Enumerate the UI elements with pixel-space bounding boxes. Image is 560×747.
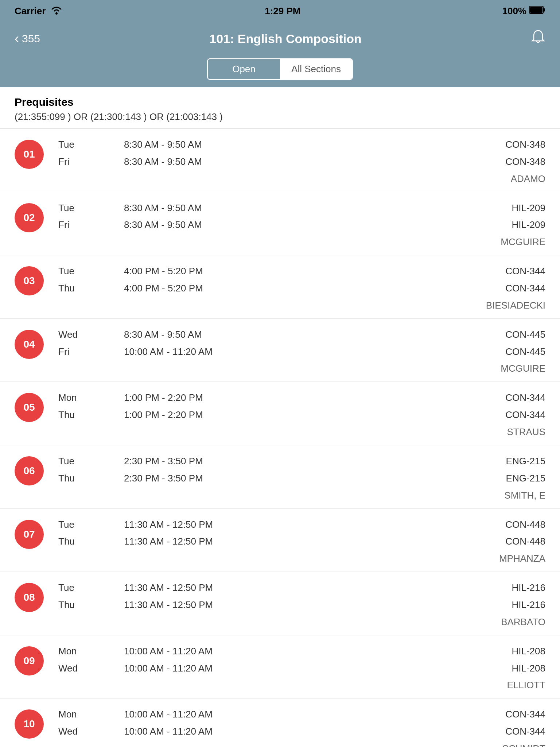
room-label: CON-348 (472, 153, 545, 170)
section-badge: 09 (15, 646, 44, 676)
time-label: 2:30 PM - 3:50 PM (124, 453, 472, 470)
section-right: CON-445CON-445 MCGUIRE (472, 326, 545, 375)
section-badge: 03 (15, 266, 44, 295)
section-right: ENG-215ENG-215 SMITH, E (472, 453, 545, 501)
room-label: CON-344 (472, 706, 545, 723)
svg-point-0 (55, 12, 58, 15)
section-times: 2:30 PM - 3:50 PM2:30 PM - 3:50 PM (124, 453, 472, 487)
section-info: TueThu 2:30 PM - 3:50 PM2:30 PM - 3:50 P… (44, 453, 545, 501)
section-days: TueFri (58, 136, 109, 170)
section-days: MonWed (58, 643, 109, 677)
segment-container: Open All Sections (0, 58, 560, 87)
section-right: CON-448CON-448 MPHANZA (472, 516, 545, 565)
prerequisites-text: (21:355:099 ) OR (21:300:143 ) OR (21:00… (15, 111, 545, 123)
table-row[interactable]: 09 MonWed 10:00 AM - 11:20 AM10:00 AM - … (0, 635, 560, 699)
table-row[interactable]: 01 TueFri 8:30 AM - 9:50 AM8:30 AM - 9:5… (0, 129, 560, 192)
table-row[interactable]: 04 WedFri 8:30 AM - 9:50 AM10:00 AM - 11… (0, 319, 560, 382)
day-label: Tue (58, 136, 109, 153)
section-badge: 01 (15, 140, 44, 169)
section-info: TueFri 8:30 AM - 9:50 AM8:30 AM - 9:50 A… (44, 136, 545, 185)
section-days: MonWed (58, 706, 109, 740)
section-right: CON-344CON-344 SCHMIDT (472, 706, 545, 747)
carrier-label: Carrier (15, 5, 46, 17)
section-times: 10:00 AM - 11:20 AM10:00 AM - 11:20 AM (124, 643, 472, 677)
room-label: CON-445 (472, 326, 545, 343)
table-row[interactable]: 10 MonWed 10:00 AM - 11:20 AM10:00 AM - … (0, 698, 560, 747)
wifi-icon (50, 5, 63, 18)
section-badge: 05 (15, 393, 44, 422)
time-label: 2:30 PM - 3:50 PM (124, 470, 472, 487)
section-days: MonThu (58, 389, 109, 423)
day-label: Wed (58, 326, 109, 343)
time-label: 11:30 AM - 12:50 PM (124, 596, 472, 614)
status-left: Carrier (15, 5, 63, 18)
day-label: Thu (58, 470, 109, 487)
section-badge: 07 (15, 520, 44, 549)
nav-bar: ‹ 355 101: English Composition (0, 22, 560, 58)
table-row[interactable]: 08 TueThu 11:30 AM - 12:50 PM11:30 AM - … (0, 572, 560, 635)
section-badge: 10 (15, 709, 44, 739)
status-right: 100% (502, 5, 545, 17)
day-label: Fri (58, 216, 109, 233)
segment-open[interactable]: Open (208, 59, 280, 79)
time-label: 11:30 AM - 12:50 PM (124, 516, 472, 533)
time-label: 8:30 AM - 9:50 AM (124, 153, 472, 170)
table-row[interactable]: 05 MonThu 1:00 PM - 2:20 PM1:00 PM - 2:2… (0, 382, 560, 445)
segment-control: Open All Sections (207, 58, 353, 80)
day-label: Mon (58, 643, 109, 660)
back-button[interactable]: ‹ 355 (15, 31, 40, 46)
day-label: Wed (58, 660, 109, 677)
instructor-label: BARBATO (472, 616, 545, 628)
room-label: HIL-216 (472, 579, 545, 596)
day-label: Fri (58, 153, 109, 170)
segment-all-sections[interactable]: All Sections (280, 59, 352, 79)
page-title: 101: English Composition (209, 32, 361, 46)
section-days: TueThu (58, 516, 109, 550)
svg-rect-3 (530, 7, 542, 13)
table-row[interactable]: 02 TueFri 8:30 AM - 9:50 AM8:30 AM - 9:5… (0, 192, 560, 256)
day-label: Fri (58, 343, 109, 360)
table-row[interactable]: 07 TueThu 11:30 AM - 12:50 PM11:30 AM - … (0, 509, 560, 572)
bell-icon[interactable] (531, 29, 545, 49)
room-label: HIL-216 (472, 596, 545, 614)
instructor-label: SCHMIDT (472, 743, 545, 747)
section-right: CON-348CON-348 ADAMO (472, 136, 545, 185)
day-label: Thu (58, 280, 109, 297)
time-label: 1:00 PM - 2:20 PM (124, 406, 472, 423)
day-label: Thu (58, 533, 109, 550)
room-label: HIL-208 (472, 643, 545, 660)
section-info: MonWed 10:00 AM - 11:20 AM10:00 AM - 11:… (44, 643, 545, 691)
section-days: WedFri (58, 326, 109, 360)
time-label: 10:00 AM - 11:20 AM (124, 643, 472, 660)
section-right: CON-344CON-344 STRAUS (472, 389, 545, 438)
day-label: Thu (58, 406, 109, 423)
day-label: Tue (58, 579, 109, 596)
time-label: 10:00 AM - 11:20 AM (124, 723, 472, 740)
time-label: 10:00 AM - 11:20 AM (124, 343, 472, 360)
time-label: 8:30 AM - 9:50 AM (124, 136, 472, 153)
instructor-label: STRAUS (472, 426, 545, 438)
room-label: CON-448 (472, 533, 545, 550)
section-info: TueThu 11:30 AM - 12:50 PM11:30 AM - 12:… (44, 579, 545, 628)
day-label: Wed (58, 723, 109, 740)
back-chevron-icon: ‹ (15, 31, 19, 46)
section-info: TueFri 8:30 AM - 9:50 AM8:30 AM - 9:50 A… (44, 200, 545, 248)
instructor-label: MPHANZA (472, 553, 545, 564)
back-label: 355 (22, 32, 40, 45)
room-label: CON-344 (472, 723, 545, 740)
section-days: TueThu (58, 263, 109, 297)
section-times: 1:00 PM - 2:20 PM1:00 PM - 2:20 PM (124, 389, 472, 423)
section-badge: 02 (15, 203, 44, 232)
time-label: 8:30 AM - 9:50 AM (124, 326, 472, 343)
room-label: CON-348 (472, 136, 545, 153)
room-label: ENG-215 (472, 470, 545, 487)
instructor-label: ADAMO (472, 173, 545, 185)
room-label: ENG-215 (472, 453, 545, 470)
instructor-label: BIESIADECKI (472, 300, 545, 311)
day-label: Tue (58, 516, 109, 533)
section-badge: 04 (15, 330, 44, 359)
table-row[interactable]: 06 TueThu 2:30 PM - 3:50 PM2:30 PM - 3:5… (0, 445, 560, 509)
table-row[interactable]: 03 TueThu 4:00 PM - 5:20 PM4:00 PM - 5:2… (0, 255, 560, 319)
day-label: Tue (58, 453, 109, 470)
battery-icon (529, 5, 545, 17)
